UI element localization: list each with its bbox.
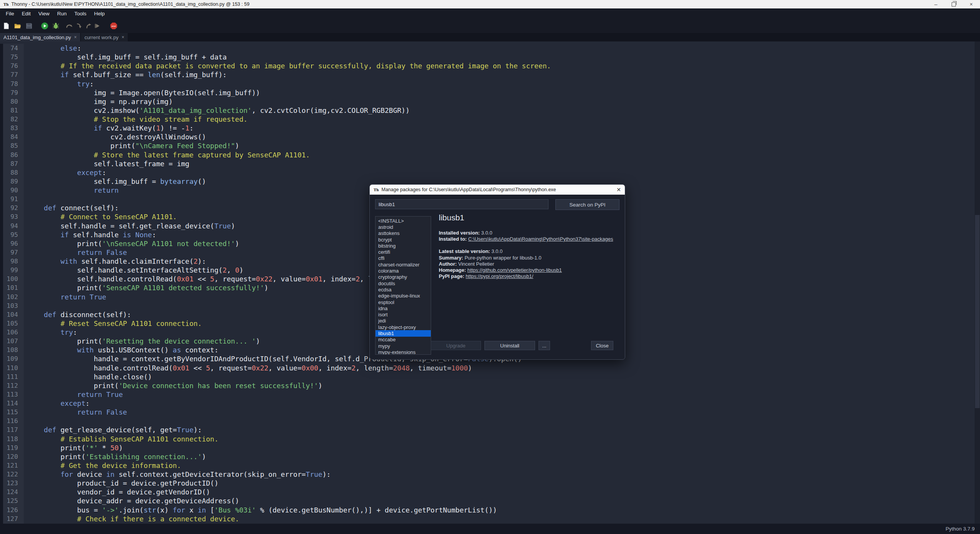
code-text[interactable]: # Store the latest frame captured by Sen… — [24, 150, 310, 159]
menu-item-help[interactable]: Help — [90, 10, 109, 18]
code-text[interactable]: try: — [24, 79, 94, 88]
package-item-isort[interactable]: isort — [376, 311, 431, 317]
package-item-mypy-extensions[interactable]: mypy-extensions — [376, 349, 431, 355]
dialog-close-button[interactable]: Close — [591, 341, 613, 350]
editor-tab-1[interactable]: current work.py× — [81, 33, 128, 41]
code-text[interactable]: vendor_id = device.getVendorID() — [24, 488, 210, 496]
code-text[interactable]: handle.close() — [24, 372, 152, 381]
code-text[interactable]: return False — [24, 248, 127, 257]
open-file-icon[interactable] — [14, 22, 21, 30]
package-item-charset-normalizer[interactable]: charset-normalizer — [376, 261, 431, 268]
code-text[interactable]: print('Device connection has been reset … — [24, 381, 322, 390]
package-item-colorama[interactable]: colorama — [376, 268, 431, 274]
package-item-certifi[interactable]: certifi — [376, 249, 431, 255]
code-text[interactable]: bus = '->'.join(str(x) for x in ['Bus %0… — [24, 506, 497, 514]
package-item--install-[interactable]: <INSTALL> — [376, 218, 431, 224]
menu-item-view[interactable]: View — [35, 10, 53, 18]
run-script-icon[interactable] — [41, 22, 48, 30]
code-text[interactable]: self.handle.setInterfaceAltSetting(2, 0) — [24, 266, 244, 274]
package-item-libusb1[interactable]: libusb1 — [376, 330, 431, 336]
code-text[interactable]: device_addr = device.getDeviceAddress() — [24, 496, 239, 505]
package-item-bitstring[interactable]: bitstring — [376, 243, 431, 249]
detail-link[interactable]: C:\Users\kutlu\AppData\Roaming\Python\Py… — [468, 236, 613, 242]
code-text[interactable]: cv2.destroyAllWindows() — [24, 132, 206, 141]
step-out-icon[interactable] — [85, 22, 92, 30]
restore-icon[interactable] — [945, 0, 962, 8]
debug-script-icon[interactable] — [52, 22, 59, 30]
upgrade-button[interactable]: Upgrade — [431, 341, 481, 350]
package-item-docutils[interactable]: docutils — [376, 280, 431, 286]
code-text[interactable] — [24, 195, 27, 203]
resume-icon[interactable] — [94, 22, 101, 30]
code-text[interactable]: print('Resetting the device connection..… — [24, 337, 260, 346]
minimize-icon[interactable]: – — [927, 0, 945, 8]
menu-item-edit[interactable]: Edit — [18, 10, 35, 18]
step-over-icon[interactable] — [66, 22, 73, 30]
tab-close-icon[interactable]: × — [122, 35, 124, 40]
code-text[interactable] — [24, 301, 27, 310]
code-text[interactable]: # Get the device information. — [24, 461, 181, 470]
stop-icon[interactable]: STOP — [110, 22, 117, 30]
package-item-edge-impulse-linux[interactable]: edge-impulse-linux — [376, 293, 431, 299]
package-item-jedi[interactable]: jedi — [376, 318, 431, 324]
code-text[interactable]: self.img_buff = bytearray() — [24, 177, 206, 186]
code-text[interactable]: print('Establishing connection...') — [24, 452, 206, 461]
code-text[interactable]: print('SenseCAP A1101 detected successfu… — [24, 283, 268, 292]
code-text[interactable]: # Reset SenseCAP A1101 connection. — [24, 319, 202, 328]
code-text[interactable]: img = Image.open(BytesIO(self.img_buff)) — [24, 88, 260, 97]
package-search-input[interactable] — [375, 199, 548, 209]
code-text[interactable]: handle.controlRead(0x01 << 5, request=0x… — [24, 364, 472, 372]
code-text[interactable]: self.handle = self.get_rlease_device(Tru… — [24, 222, 235, 230]
package-item-mypy[interactable]: mypy — [376, 343, 431, 349]
code-text[interactable]: if self.buff_size == len(self.img_buff): — [24, 70, 227, 79]
code-text[interactable]: with usb1.USBContext() as context: — [24, 346, 219, 354]
new-file-icon[interactable] — [3, 22, 10, 30]
code-text[interactable]: product_id = device.getProductID() — [24, 479, 219, 488]
code-text[interactable]: def disconnect(self): — [24, 310, 131, 319]
detail-link[interactable]: https://pypi.org/project/libusb1/ — [466, 273, 533, 279]
editor-scrollbar[interactable] — [975, 41, 980, 524]
code-text[interactable]: def connect(self): — [24, 203, 119, 212]
code-text[interactable]: else: — [24, 44, 81, 53]
code-text[interactable]: return — [24, 186, 119, 195]
code-text[interactable]: if cv2.waitKey(1) != -1: — [24, 124, 194, 132]
code-text[interactable]: with self.handle.claimInterface(2): — [24, 257, 206, 266]
code-text[interactable]: # If the received data packet is convert… — [24, 61, 551, 70]
more-options-button[interactable]: ... — [539, 341, 550, 350]
code-text[interactable]: if self.handle is None: — [24, 230, 156, 239]
code-text[interactable]: print("\nCamera Feed Stopped!") — [24, 141, 239, 150]
package-item-bcrypt[interactable]: bcrypt — [376, 236, 431, 243]
close-icon[interactable]: × — [962, 0, 980, 8]
code-text[interactable]: cv2.imshow('A1101_data_img_collection', … — [24, 106, 410, 115]
step-into-icon[interactable] — [75, 22, 82, 30]
save-file-icon[interactable] — [25, 22, 33, 30]
detail-link[interactable]: https://github.com/vpelletier/python-lib… — [467, 267, 562, 273]
package-item-lazy-object-proxy[interactable]: lazy-object-proxy — [376, 324, 431, 330]
code-text[interactable]: return False — [24, 408, 127, 417]
tab-close-icon[interactable]: × — [74, 35, 77, 40]
dialog-close-icon[interactable]: ✕ — [616, 187, 621, 193]
code-text[interactable]: # Connect to SenseCAP A1101. — [24, 212, 177, 221]
package-item-asttokens[interactable]: asttokens — [376, 230, 431, 236]
code-text[interactable]: print('\nSenseCAP A1101 not detected!') — [24, 239, 239, 248]
package-item-cryptography[interactable]: cryptography — [376, 274, 431, 280]
code-text[interactable]: self.img_buff = self.img_buff + data — [24, 53, 227, 61]
package-item-mccabe[interactable]: mccabe — [376, 337, 431, 343]
menu-item-tools[interactable]: Tools — [71, 10, 91, 18]
search-on-pypi-button[interactable]: Search on PyPI — [555, 199, 619, 210]
package-item-cffi[interactable]: cffi — [376, 255, 431, 261]
menu-item-run[interactable]: Run — [53, 10, 71, 18]
code-text[interactable]: img = np.array(img) — [24, 97, 173, 106]
code-text[interactable]: print('*' * 50) — [24, 443, 123, 452]
package-item-esptool[interactable]: esptool — [376, 299, 431, 305]
code-text[interactable]: self.latest_frame = img — [24, 159, 189, 168]
package-item-idna[interactable]: idna — [376, 305, 431, 311]
menu-item-file[interactable]: File — [2, 10, 18, 18]
code-text[interactable]: def get_rlease_device(self, get=True): — [24, 425, 202, 434]
code-text[interactable]: try: — [24, 328, 77, 337]
scrollbar-thumb[interactable] — [975, 215, 980, 408]
code-text[interactable]: except: — [24, 168, 106, 177]
uninstall-button[interactable]: Uninstall — [484, 341, 535, 350]
code-text[interactable]: # Establish SenseCAP A1101 connection. — [24, 435, 219, 443]
code-text[interactable]: for device in self.context.getDeviceIter… — [24, 470, 331, 479]
